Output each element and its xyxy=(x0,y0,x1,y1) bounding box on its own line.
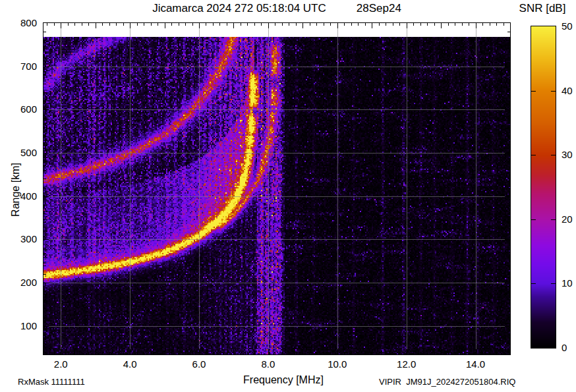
x-axis-label: Frequency [MHz] xyxy=(243,374,324,386)
y-tick-label: 300 xyxy=(1,234,37,244)
file-name-text: VIPIR JM91J_2024272051804.RIQ xyxy=(379,377,515,387)
colorbar xyxy=(531,26,556,349)
y-axis-label: Range [km] xyxy=(10,150,22,229)
colorbar-tick-label: 40 xyxy=(562,86,573,96)
ionogram-heatmap-canvas xyxy=(43,23,510,354)
ionogram-figure: Jicamarca 2024 272 05:18:04 UTC28Sep24 S… xyxy=(0,0,576,392)
x-tick-label: 10.0 xyxy=(328,359,347,370)
y-tick-label: 500 xyxy=(1,148,37,158)
colorbar-tick-label: 10 xyxy=(562,278,573,289)
colorbar-title: SNR [dB] xyxy=(519,2,566,15)
colorbar-tick-label: 20 xyxy=(562,214,573,225)
x-tick-label: 4.0 xyxy=(123,359,137,370)
title-date: 28Sep24 xyxy=(357,2,401,15)
colorbar-tick-label: 30 xyxy=(562,150,573,160)
y-tick-label: 100 xyxy=(1,321,37,331)
x-tick-label: 2.0 xyxy=(54,359,68,370)
y-tick-label: 200 xyxy=(1,277,37,288)
rxmask-text: RxMask 11111111 xyxy=(18,377,85,387)
y-tick-label: 800 xyxy=(1,18,37,28)
y-tick-label: 600 xyxy=(1,104,37,115)
y-tick-label: 400 xyxy=(1,191,37,202)
colorbar-canvas xyxy=(531,26,556,348)
x-tick-label: 8.0 xyxy=(261,359,275,370)
y-tick-label: 700 xyxy=(1,61,37,72)
x-tick-label: 12.0 xyxy=(397,359,416,370)
figure-title: Jicamarca 2024 272 05:18:04 UTC28Sep24 xyxy=(43,2,510,15)
colorbar-tick-label: 50 xyxy=(562,21,573,32)
title-text: Jicamarca 2024 272 05:18:04 UTC xyxy=(152,2,326,15)
x-tick-label: 14.0 xyxy=(466,359,485,370)
ionogram-plot xyxy=(43,22,511,355)
colorbar-tick-label: 0 xyxy=(562,343,567,353)
x-tick-label: 6.0 xyxy=(192,359,206,370)
